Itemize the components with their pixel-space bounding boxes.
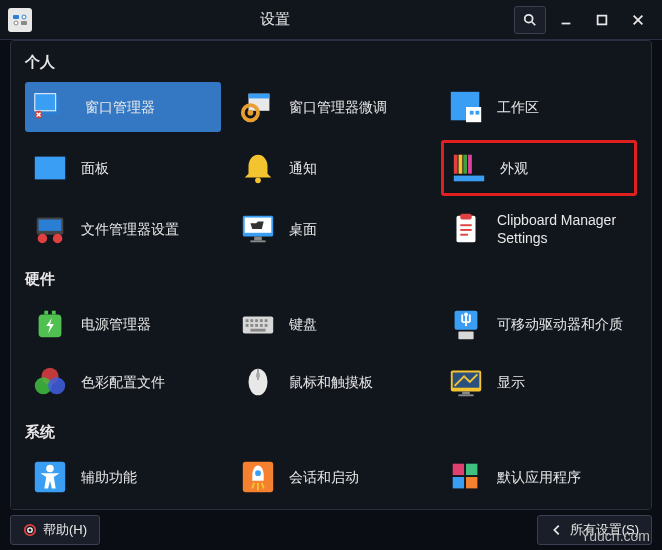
- svg-rect-37: [250, 240, 265, 242]
- svg-point-59: [464, 313, 468, 317]
- svg-point-63: [48, 377, 65, 394]
- item-keyboard[interactable]: 键盘: [233, 299, 429, 349]
- item-label: 通知: [289, 159, 317, 177]
- item-label: 显示: [497, 373, 525, 391]
- svg-point-33: [53, 234, 63, 244]
- close-button[interactable]: [622, 6, 654, 34]
- svg-rect-1: [21, 21, 27, 25]
- item-label: 鼠标和触摸板: [289, 373, 373, 391]
- appearance-icon: [448, 147, 490, 189]
- svg-point-32: [38, 234, 48, 244]
- item-label: 面板: [81, 159, 109, 177]
- svg-rect-78: [466, 477, 477, 488]
- windows-gear-icon: [237, 86, 279, 128]
- item-label: 可移动驱动器和介质: [497, 315, 623, 333]
- help-button[interactable]: 帮助(H): [10, 515, 100, 545]
- item-label: 会话和启动: [289, 468, 359, 486]
- svg-point-72: [46, 465, 54, 473]
- item-window-manager[interactable]: 窗口管理器: [25, 82, 221, 132]
- item-file-manager-settings[interactable]: 文件管理器设置: [25, 204, 221, 254]
- svg-rect-66: [256, 373, 260, 379]
- svg-rect-22: [476, 111, 480, 115]
- svg-rect-56: [265, 324, 268, 327]
- item-desktop[interactable]: 桌面: [233, 204, 429, 254]
- item-accessibility[interactable]: 辅助功能: [25, 452, 221, 502]
- section-personal-grid: 窗口管理器 窗口管理器微调 工作区 面板 通知: [25, 82, 637, 254]
- item-label: 工作区: [497, 98, 539, 116]
- settings-content: 个人 窗口管理器 窗口管理器微调 工作区 面板: [10, 40, 652, 510]
- svg-rect-26: [459, 155, 463, 174]
- svg-rect-0: [13, 15, 19, 19]
- svg-rect-60: [458, 332, 473, 340]
- item-label: 窗口管理器: [81, 96, 159, 118]
- item-notifications[interactable]: 通知: [233, 140, 429, 196]
- svg-rect-11: [35, 94, 56, 111]
- section-hardware-grid: 电源管理器 键盘 可移动驱动器和介质 色彩配置文件 鼠标和触摸板: [25, 299, 637, 407]
- minimize-button[interactable]: [550, 6, 582, 34]
- item-display[interactable]: 显示: [441, 357, 637, 407]
- item-removable-drives[interactable]: 可移动驱动器和介质: [441, 299, 637, 349]
- svg-point-2: [14, 21, 18, 25]
- item-label: 色彩配置文件: [81, 373, 165, 391]
- svg-rect-69: [462, 392, 470, 395]
- item-panel[interactable]: 面板: [25, 140, 221, 196]
- svg-rect-55: [260, 324, 263, 327]
- section-personal-title: 个人: [25, 53, 637, 72]
- mouse-icon: [237, 361, 279, 403]
- section-hardware-title: 硬件: [25, 270, 637, 289]
- bottombar: 帮助(H) 所有设置(S): [10, 514, 652, 546]
- item-clipboard-manager[interactable]: Clipboard Manager Settings: [441, 204, 637, 254]
- section-system-title: 系统: [25, 423, 637, 442]
- item-workspaces[interactable]: 工作区: [441, 82, 637, 132]
- svg-rect-77: [453, 477, 464, 488]
- workspaces-icon: [445, 86, 487, 128]
- item-label: 桌面: [289, 220, 317, 238]
- svg-rect-75: [453, 464, 464, 475]
- section-system-grid: 辅助功能 会话和启动 默认应用程序 LightDM 桌面管理器（GTK+ 界面）: [25, 452, 637, 510]
- svg-rect-70: [458, 394, 473, 396]
- item-label: 窗口管理器微调: [289, 98, 387, 116]
- svg-rect-25: [454, 155, 458, 174]
- svg-rect-68: [453, 373, 480, 388]
- item-session-startup[interactable]: 会话和启动: [233, 452, 429, 502]
- svg-rect-31: [39, 220, 62, 231]
- item-label: 键盘: [289, 315, 317, 333]
- item-power-manager[interactable]: 电源管理器: [25, 299, 221, 349]
- svg-rect-76: [466, 464, 477, 475]
- svg-rect-21: [470, 111, 474, 115]
- svg-rect-53: [250, 324, 253, 327]
- svg-point-81: [25, 525, 36, 536]
- panel-icon: [29, 147, 71, 189]
- clipboard-icon: [445, 208, 487, 250]
- svg-rect-16: [249, 94, 270, 99]
- accessibility-icon: [29, 456, 71, 498]
- help-icon: [23, 523, 37, 537]
- svg-rect-45: [52, 311, 56, 315]
- search-button[interactable]: [514, 6, 546, 34]
- svg-point-18: [248, 110, 254, 116]
- svg-rect-29: [454, 176, 484, 182]
- svg-point-3: [22, 15, 26, 19]
- item-mouse-touchpad[interactable]: 鼠标和触摸板: [233, 357, 429, 407]
- desktop-icon: [237, 208, 279, 250]
- svg-rect-52: [246, 324, 249, 327]
- battery-icon: [29, 303, 71, 345]
- back-arrow-icon: [550, 523, 564, 537]
- apps-grid-icon: [445, 456, 487, 498]
- svg-rect-27: [463, 155, 467, 174]
- item-label: 辅助功能: [81, 468, 137, 486]
- item-color-profiles[interactable]: 色彩配置文件: [25, 357, 221, 407]
- item-default-applications[interactable]: 默认应用程序: [441, 452, 637, 502]
- item-label: 外观: [500, 159, 528, 177]
- svg-rect-44: [44, 311, 48, 315]
- svg-rect-57: [250, 329, 265, 332]
- keyboard-icon: [237, 303, 279, 345]
- svg-rect-47: [246, 319, 249, 322]
- svg-line-5: [532, 21, 536, 25]
- titlebar: 设置: [0, 0, 662, 40]
- svg-point-82: [28, 528, 32, 532]
- windows-icon: [29, 86, 71, 128]
- item-window-manager-tweak[interactable]: 窗口管理器微调: [233, 82, 429, 132]
- item-appearance[interactable]: 外观: [441, 140, 637, 196]
- maximize-button[interactable]: [586, 6, 618, 34]
